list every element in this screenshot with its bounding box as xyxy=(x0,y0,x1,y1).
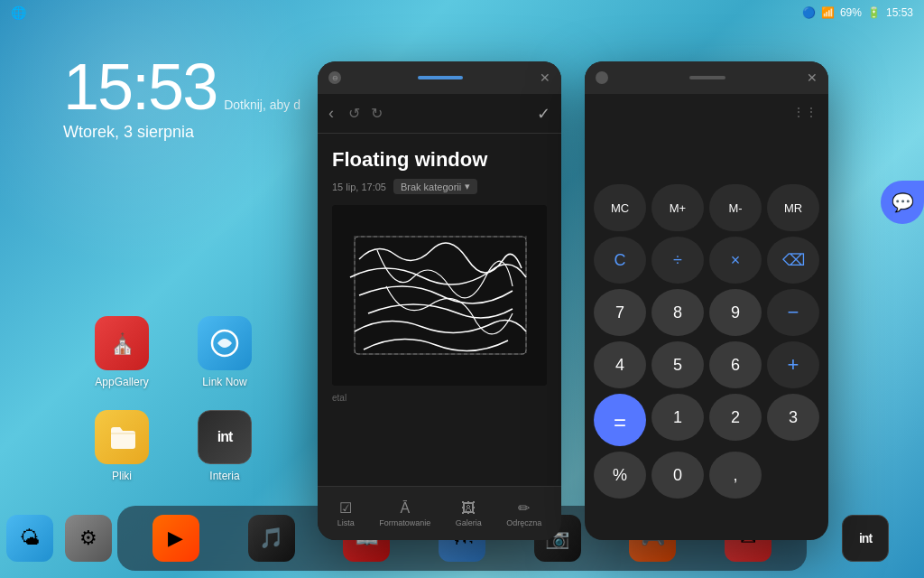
notes-nav: ↺ ↻ xyxy=(348,105,383,122)
calc-row-789: 7 8 9 − xyxy=(594,289,819,336)
appgallery-label: AppGallery xyxy=(95,376,148,388)
calc-comma-btn[interactable]: , xyxy=(709,452,762,499)
battery-icon: 🔋 xyxy=(867,6,881,19)
chat-bubble[interactable]: 💬 xyxy=(881,181,924,224)
notes-title[interactable]: Floating window xyxy=(332,148,547,172)
calc-mc-btn[interactable]: MC xyxy=(594,184,646,231)
notes-date: 15 lip, 17:05 xyxy=(332,182,386,192)
notes-done-btn[interactable]: ✓ xyxy=(537,104,550,124)
calc-close-btn[interactable]: ✕ xyxy=(807,70,818,85)
calc-display: ⋮⋮ xyxy=(585,94,828,184)
notes-extra-text: etal xyxy=(332,393,547,403)
interia-dock-icon[interactable]: int xyxy=(842,515,889,562)
linknow-label: Link Now xyxy=(202,376,246,388)
calc-1-btn[interactable]: 1 xyxy=(651,394,704,441)
calc-titlebar[interactable]: ✕ xyxy=(585,61,828,94)
notes-category-arrow: ▾ xyxy=(465,181,470,192)
calc-4-btn[interactable]: 4 xyxy=(594,341,646,388)
calc-equals-btn[interactable]: = xyxy=(594,394,646,446)
music-dock-icon[interactable]: 🎵 xyxy=(248,515,295,562)
calc-mminus-btn[interactable]: M- xyxy=(709,184,762,231)
notes-drag-handle[interactable] xyxy=(418,76,463,79)
notes-scribble xyxy=(332,205,547,386)
notes-minimize-btn[interactable]: ⊖ xyxy=(328,71,341,84)
calc-6-btn[interactable]: 6 xyxy=(709,341,762,388)
calc-mplus-btn[interactable]: M+ xyxy=(651,184,704,231)
calc-row-pct: % 0 , xyxy=(594,452,819,499)
status-right: 🔵 📶 69% 🔋 15:53 xyxy=(802,6,913,19)
notes-drawing-area[interactable] xyxy=(332,205,547,386)
calc-5-btn[interactable]: 5 xyxy=(651,341,704,388)
desktop-icons: ⛪ AppGallery Link Now Pliki int Interia xyxy=(81,316,265,482)
calc-buttons: MC M+ M- MR C ÷ × ⌫ 7 8 9 − 4 5 6 + 1 xyxy=(585,184,828,508)
play-dock-icon[interactable]: ▶ xyxy=(152,515,199,562)
svg-text:⛪: ⛪ xyxy=(110,331,135,356)
signal-icon: 📶 xyxy=(821,6,835,19)
notes-meta: 15 lip, 17:05 Brak kategorii ▾ xyxy=(332,179,547,194)
clock-area: 15:53 Dotknij, aby d Wtorek, 3 sierpnia xyxy=(63,54,300,142)
floating-calculator-window: ✕ ⋮⋮ MC M+ M- MR C ÷ × ⌫ 7 8 9 − 4 5 xyxy=(585,61,828,540)
calc-plus-btn[interactable]: + xyxy=(767,341,819,388)
appgallery-img: ⛪ xyxy=(95,316,149,370)
linknow-icon[interactable]: Link Now xyxy=(184,316,265,388)
notes-format-btn[interactable]: Ā Formatowanie xyxy=(379,500,430,527)
pliki-img xyxy=(95,410,149,464)
calc-9-btn[interactable]: 9 xyxy=(709,289,762,336)
calc-7-btn[interactable]: 7 xyxy=(594,289,646,336)
notes-gallery-btn[interactable]: 🖼 Galeria xyxy=(456,500,482,527)
notes-content: Floating window 15 lip, 17:05 Brak kateg… xyxy=(318,134,561,417)
appgallery-icon[interactable]: ⛪ AppGallery xyxy=(81,316,162,388)
wifi-icon: 🌐 xyxy=(11,5,26,20)
calc-memory-row: MC M+ M- MR xyxy=(594,184,819,231)
calc-3-btn[interactable]: 3 xyxy=(767,394,819,441)
calc-clear-btn[interactable]: C xyxy=(594,237,646,284)
interia-label: Interia xyxy=(209,470,239,482)
notes-close-btn[interactable]: ✕ xyxy=(540,70,550,85)
status-bar: 🌐 🔵 📶 69% 🔋 15:53 xyxy=(0,0,924,25)
clock-time: 15:53 xyxy=(63,54,217,119)
notes-toolbar: ‹ ↺ ↻ ✓ xyxy=(318,94,561,134)
calc-backspace-btn[interactable]: ⌫ xyxy=(767,237,819,284)
interia-img: int xyxy=(198,410,252,464)
calc-8-btn[interactable]: 8 xyxy=(651,289,704,336)
interia-icon[interactable]: int Interia xyxy=(184,410,265,482)
calc-row-456: 4 5 6 + xyxy=(594,341,819,388)
calc-row-123eq: 1 2 3 = xyxy=(594,394,819,446)
notes-category[interactable]: Brak kategorii ▾ xyxy=(393,179,477,194)
pliki-icon[interactable]: Pliki xyxy=(81,410,162,482)
status-left: 🌐 xyxy=(11,5,26,20)
calc-divide-btn[interactable]: ÷ xyxy=(651,237,704,284)
notes-redo-btn[interactable]: ↻ xyxy=(371,105,383,122)
notes-lista-btn[interactable]: ☑ Lista xyxy=(337,499,355,527)
weather-dock-icon[interactable]: 🌤 xyxy=(6,515,53,562)
floating-notes-window: ⊖ ✕ ‹ ↺ ↻ ✓ Floating window 15 lip, 17:0… xyxy=(318,61,561,540)
clock-status: 15:53 xyxy=(886,6,913,19)
calc-mr-btn[interactable]: MR xyxy=(767,184,819,231)
calc-expand-btn[interactable]: ⋮⋮ xyxy=(792,105,818,119)
calc-percent-btn[interactable]: % xyxy=(594,452,646,499)
battery-percent: 69% xyxy=(840,6,862,19)
calc-minus-btn[interactable]: − xyxy=(767,289,819,336)
calc-func-row: C ÷ × ⌫ xyxy=(594,237,819,284)
pliki-label: Pliki xyxy=(112,470,132,482)
notes-undo-btn[interactable]: ↺ xyxy=(348,105,360,122)
left-dock: 🌤 ⚙ xyxy=(0,506,117,571)
bluetooth-icon: 🔵 xyxy=(802,6,816,19)
notes-handwriting-btn[interactable]: ✏ Odręczna xyxy=(506,499,541,527)
calc-multiply-btn[interactable]: × xyxy=(709,237,762,284)
clock-date: Wtorek, 3 sierpnia xyxy=(63,123,300,142)
clock-tap-hint: Dotknij, aby d xyxy=(224,98,300,112)
calc-2-btn[interactable]: 2 xyxy=(709,394,762,441)
notes-titlebar[interactable]: ⊖ ✕ xyxy=(318,61,561,94)
notes-back-btn[interactable]: ‹ xyxy=(328,104,334,123)
linknow-img xyxy=(198,316,252,370)
notes-bottom-toolbar: ☑ Lista Ā Formatowanie 🖼 Galeria ✏ Odręc… xyxy=(318,486,561,540)
calc-drag-handle[interactable] xyxy=(689,76,725,79)
calc-0-btn[interactable]: 0 xyxy=(651,452,704,499)
notes-window-controls: ⊖ xyxy=(328,71,341,84)
calc-window-controls xyxy=(596,71,608,84)
calc-collapse-btn[interactable] xyxy=(596,71,608,84)
settings-dock-icon[interactable]: ⚙ xyxy=(65,515,112,562)
